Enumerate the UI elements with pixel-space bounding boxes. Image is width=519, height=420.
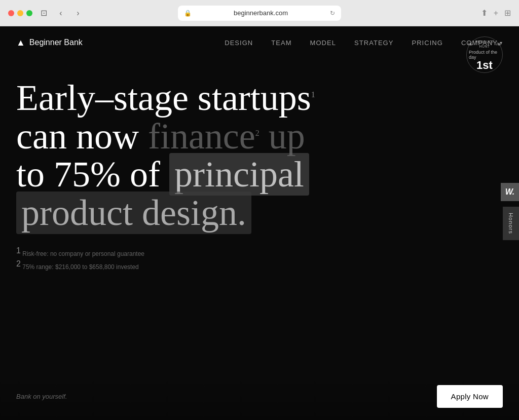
close-button[interactable] [8,10,14,16]
headline-line2b: finance [148,116,255,157]
footnote-1: 1 Risk-free: no company or personal guar… [16,246,503,257]
nav-model[interactable]: MODEL [310,39,336,47]
footnotes-section: 1 Risk-free: no company or personal guar… [16,246,503,271]
headline-line2c: up [260,116,305,157]
footnote-ref-2: 2 [255,129,260,137]
minimize-button[interactable] [17,10,23,16]
browser-chrome: ⊡ ‹ › 🔒 beginnerbank.com ↻ ⬆ + ⊞ [0,0,519,26]
navbar: ▲ Beginner Bank DESIGN TEAM MODEL STRATE… [0,26,519,59]
share-icon[interactable]: ⬆ [481,8,488,18]
bottom-bar: Bank on yourself. Apply Now [0,373,519,420]
nav-pricing[interactable]: PRICING [412,39,442,47]
footnote-ref-1: 1 [311,90,315,99]
headline-line2a: can now [16,116,148,157]
forward-button[interactable]: › [72,7,84,19]
brand-name: Beginner Bank [29,38,83,47]
url-text: beginnerbank.com [196,9,326,17]
tagline: Bank on yourself. [16,393,67,400]
sidebar-toggle[interactable]: ⊡ [38,7,50,19]
website-content: ▲ Beginner Bank DESIGN TEAM MODEL STRATE… [0,26,519,420]
nav-company-label: COMPANY [461,39,498,47]
new-tab-icon[interactable]: + [494,9,498,18]
headline-principal: principal [169,153,309,196]
nav-team[interactable]: TEAM [271,39,291,47]
hero-headline: Early–stage startups1 can now finance2 u… [16,79,371,232]
nav-company[interactable]: COMPANY ▾ [461,39,503,47]
footnote-sup-2: 2 [16,259,21,268]
brand-icon: ▲ [16,37,25,48]
footnote-2-text: 75% range: $216,000 to $658,800 invested [22,263,139,271]
address-bar[interactable]: 🔒 beginnerbank.com ↻ [178,6,342,21]
w-badge: W. [501,183,519,201]
honors-label: Honors [508,212,514,234]
headline-product-design: product design. [16,192,251,234]
apply-now-button[interactable]: Apply Now [437,385,503,408]
honors-tab[interactable]: Honors [503,206,519,240]
fullscreen-button[interactable] [26,10,32,16]
headline-line3a: to 75% of [16,154,169,195]
footnote-sup-1: 1 [16,246,21,255]
traffic-lights [8,10,32,16]
headline-line1: Early–stage startups1 [16,78,315,118]
nav-design[interactable]: DESIGN [225,39,253,47]
footnote-1-text: Risk-free: no company or personal guaran… [22,250,144,257]
w-badge-text: W. [505,187,514,197]
footnote-2: 2 75% range: $216,000 to $658,800 invest… [16,259,503,271]
brand-logo[interactable]: ▲ Beginner Bank [16,37,83,48]
nav-strategy[interactable]: STRATEGY [354,39,393,47]
tabs-icon[interactable]: ⊞ [504,8,511,18]
back-button[interactable]: ‹ [55,7,67,19]
hero-section: Early–stage startups1 can now finance2 u… [0,59,519,271]
refresh-icon[interactable]: ↻ [330,10,335,17]
chevron-down-icon: ▾ [500,40,503,46]
nav-links: DESIGN TEAM MODEL STRATEGY PRICING COMPA… [225,39,503,47]
lock-icon: 🔒 [184,10,192,17]
